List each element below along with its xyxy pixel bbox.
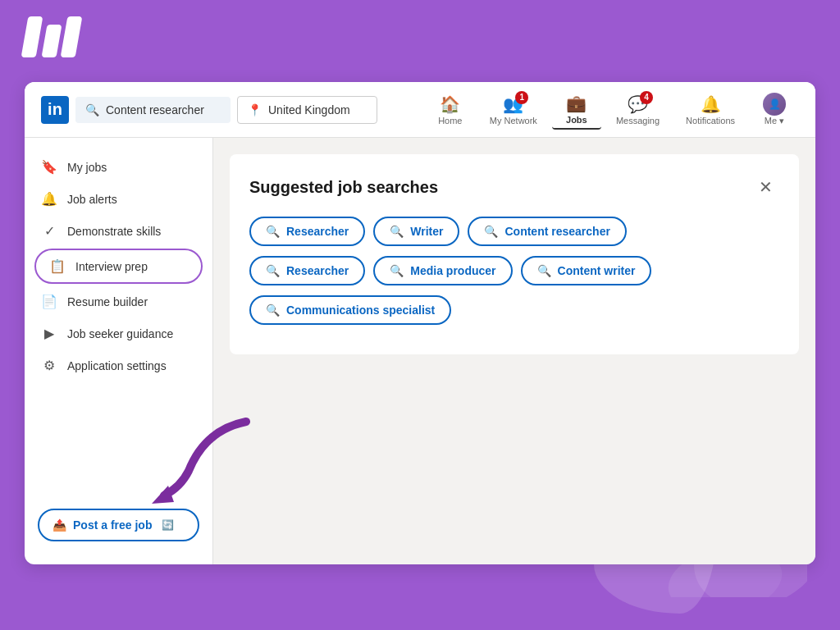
suggested-header: Suggested job searches ✕ xyxy=(249,174,779,200)
messaging-icon: 💬 4 xyxy=(628,94,648,114)
chip-label-content-researcher: Content researcher xyxy=(504,225,609,238)
play-icon: ▶ xyxy=(41,326,57,341)
nav-item-home[interactable]: 🏠 Home xyxy=(426,91,475,129)
logo-stripes xyxy=(25,16,79,57)
chip-researcher-2[interactable]: 🔍 Researcher xyxy=(249,256,365,285)
search-bar[interactable]: 🔍 xyxy=(75,97,231,123)
chip-search-icon-7: 🔍 xyxy=(266,304,280,317)
chip-row-2: 🔍 Researcher 🔍 Media producer 🔍 Content … xyxy=(249,256,779,285)
chip-researcher-1[interactable]: 🔍 Researcher xyxy=(249,217,365,246)
document-icon: 📄 xyxy=(41,294,57,309)
sidebar-label-job-seeker-guidance: Job seeker guidance xyxy=(67,327,173,340)
logo-stripe-2 xyxy=(41,25,62,57)
chip-content-researcher[interactable]: 🔍 Content researcher xyxy=(468,217,626,246)
chip-search-icon-1: 🔍 xyxy=(266,225,280,238)
chip-search-icon-6: 🔍 xyxy=(537,264,551,277)
sidebar-item-job-alerts[interactable]: 🔔 Job alerts xyxy=(25,183,212,215)
nav-items: 🏠 Home 👥 1 My Network 💼 Jobs 💬 4 xyxy=(426,89,799,130)
notifications-icon: 🔔 xyxy=(701,94,721,114)
chip-search-icon-4: 🔍 xyxy=(266,264,280,277)
post-job-label: Post a free job xyxy=(73,518,152,532)
post-job-spinner-icon: 🔄 xyxy=(162,519,174,531)
chip-writer[interactable]: 🔍 Writer xyxy=(373,217,459,246)
nav-label-jobs: Jobs xyxy=(566,115,587,125)
nav-label-home: Home xyxy=(438,116,462,126)
nav-item-notifications[interactable]: 🔔 Notifications xyxy=(674,91,746,129)
sidebar: 🔖 My jobs 🔔 Job alerts ✓ Demonstrate ski… xyxy=(25,138,213,564)
location-pin-icon: 📍 xyxy=(248,103,262,116)
network-icon: 👥 1 xyxy=(503,94,523,114)
search-icon: 🔍 xyxy=(85,103,99,116)
gear-icon: ⚙ xyxy=(41,358,57,373)
avatar: 👤 xyxy=(763,93,786,116)
home-icon: 🏠 xyxy=(440,94,460,114)
post-free-job-button[interactable]: 📤 Post a free job 🔄 xyxy=(38,509,199,541)
chip-row-1: 🔍 Researcher 🔍 Writer 🔍 Content research… xyxy=(249,217,779,246)
chip-search-icon-5: 🔍 xyxy=(390,264,404,277)
location-input[interactable] xyxy=(268,103,367,116)
nav-item-me[interactable]: 👤 Me ▾ xyxy=(750,89,799,130)
chip-label-content-writer: Content writer xyxy=(558,264,636,277)
bell-icon: 🔔 xyxy=(41,191,57,207)
chip-content-writer[interactable]: 🔍 Content writer xyxy=(521,256,652,285)
chip-label-media-producer: Media producer xyxy=(410,264,495,277)
main-content: Suggested job searches ✕ 🔍 Researcher 🔍 … xyxy=(213,138,815,564)
chip-search-icon-2: 🔍 xyxy=(390,225,404,238)
location-bar[interactable]: 📍 xyxy=(237,96,377,124)
chip-media-producer[interactable]: 🔍 Media producer xyxy=(373,256,512,285)
nav-item-messaging[interactable]: 💬 4 Messaging xyxy=(605,91,671,129)
search-input[interactable] xyxy=(106,103,221,116)
logo-area xyxy=(25,16,79,57)
sidebar-label-demonstrate-skills: Demonstrate skills xyxy=(67,225,161,238)
nav-label-network: My Network xyxy=(490,116,537,126)
sidebar-label-my-jobs: My jobs xyxy=(67,161,107,174)
sidebar-item-resume-builder[interactable]: 📄 Resume builder xyxy=(25,285,212,317)
nav-item-jobs[interactable]: 💼 Jobs xyxy=(552,90,601,130)
main-card: in 🔍 📍 🏠 Home 👥 1 My Network xyxy=(25,82,815,564)
chip-label-researcher-1: Researcher xyxy=(286,225,349,238)
linkedin-logo[interactable]: in xyxy=(41,96,69,124)
bookmark-icon: 🔖 xyxy=(41,159,57,175)
suggested-title: Suggested job searches xyxy=(249,178,438,197)
nav-label-notifications: Notifications xyxy=(686,116,735,126)
nav-item-network[interactable]: 👥 1 My Network xyxy=(478,91,549,129)
chip-label-researcher-2: Researcher xyxy=(286,264,349,277)
clipboard-icon: 📋 xyxy=(49,258,66,274)
chip-row-3: 🔍 Communications specialist xyxy=(249,295,779,325)
post-job-icon: 📤 xyxy=(52,518,66,532)
logo-stripe-1 xyxy=(21,16,43,57)
messaging-badge: 4 xyxy=(640,91,653,104)
suggested-panel: Suggested job searches ✕ 🔍 Researcher 🔍 … xyxy=(230,154,799,354)
body-layout: 🔖 My jobs 🔔 Job alerts ✓ Demonstrate ski… xyxy=(25,138,815,564)
close-button[interactable]: ✕ xyxy=(752,174,779,200)
chip-communications-specialist[interactable]: 🔍 Communications specialist xyxy=(249,295,451,325)
sidebar-label-interview-prep: Interview prep xyxy=(75,260,148,273)
sidebar-item-job-seeker-guidance[interactable]: ▶ Job seeker guidance xyxy=(25,317,212,349)
checkmark-icon: ✓ xyxy=(41,223,57,239)
sidebar-item-interview-prep[interactable]: 📋 Interview prep xyxy=(34,249,203,284)
chip-search-icon-3: 🔍 xyxy=(484,225,498,238)
sidebar-item-application-settings[interactable]: ⚙ Application settings xyxy=(25,349,212,381)
sidebar-label-job-alerts: Job alerts xyxy=(67,193,117,206)
jobs-icon: 💼 xyxy=(566,94,587,113)
sidebar-label-application-settings: Application settings xyxy=(67,359,167,372)
arrow-annotation xyxy=(213,413,271,515)
chip-label-communications-specialist: Communications specialist xyxy=(286,304,435,317)
sidebar-label-resume-builder: Resume builder xyxy=(67,295,148,308)
network-badge: 1 xyxy=(515,91,528,104)
nav-label-messaging: Messaging xyxy=(616,116,660,126)
chip-label-writer: Writer xyxy=(410,225,443,238)
nav-label-me: Me ▾ xyxy=(765,116,784,126)
sidebar-item-my-jobs[interactable]: 🔖 My jobs xyxy=(25,151,212,183)
navbar: in 🔍 📍 🏠 Home 👥 1 My Network xyxy=(25,82,815,138)
sidebar-item-demonstrate-skills[interactable]: ✓ Demonstrate skills xyxy=(25,215,212,247)
